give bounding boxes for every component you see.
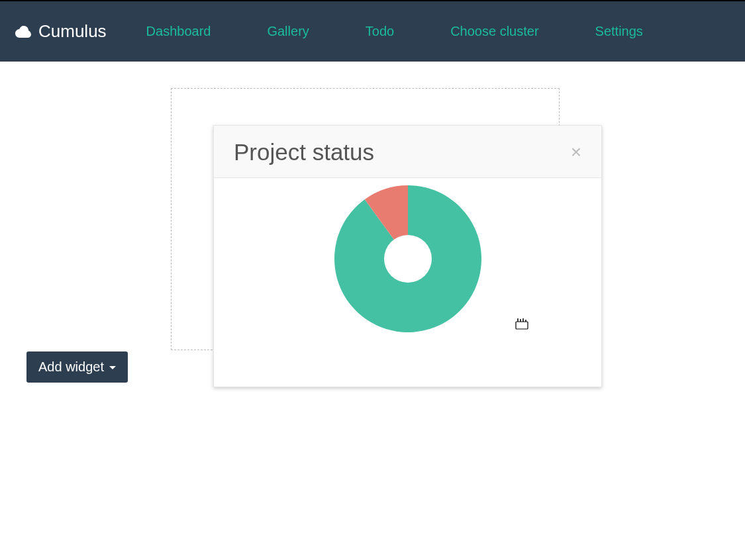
- project-status-widget[interactable]: Project status ×: [213, 125, 602, 387]
- chevron-down-icon: [109, 366, 116, 369]
- add-widget-button[interactable]: Add widget: [26, 351, 128, 383]
- nav-links: Dashboard Gallery Todo Choose cluster Se…: [146, 24, 643, 39]
- cloud-icon: [13, 24, 33, 39]
- navbar: Cumulus Dashboard Gallery Todo Choose cl…: [0, 0, 745, 62]
- nav-choose-cluster[interactable]: Choose cluster: [450, 24, 538, 39]
- close-icon[interactable]: ×: [571, 143, 581, 162]
- svg-point-0: [384, 235, 432, 283]
- widget-header: Project status ×: [214, 126, 601, 178]
- widget-body: [214, 178, 601, 383]
- add-widget-label: Add widget: [38, 359, 104, 375]
- nav-gallery[interactable]: Gallery: [267, 24, 309, 39]
- content-area: Project status × Add widget: [0, 62, 745, 115]
- widget-title: Project status: [234, 139, 374, 165]
- svg-rect-1: [516, 322, 528, 329]
- brand-name: Cumulus: [38, 21, 107, 42]
- grab-cursor-icon[interactable]: [515, 318, 528, 333]
- nav-todo[interactable]: Todo: [366, 24, 394, 39]
- nav-dashboard[interactable]: Dashboard: [146, 24, 211, 39]
- donut-chart: [214, 185, 601, 383]
- nav-settings[interactable]: Settings: [595, 24, 643, 39]
- brand[interactable]: Cumulus: [13, 21, 107, 42]
